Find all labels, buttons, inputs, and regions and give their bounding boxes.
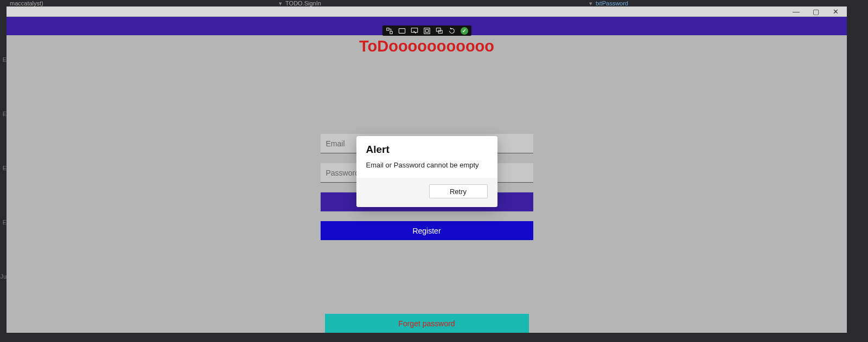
debug-layout-icon[interactable] xyxy=(423,27,431,35)
window-titlebar: — ▢ ✕ xyxy=(7,7,847,17)
ide-tab-label: txtPassword xyxy=(596,0,628,7)
svg-rect-4 xyxy=(424,28,430,34)
forget-password-button[interactable]: Forget password xyxy=(325,314,529,333)
debug-status-ok-icon[interactable]: ✓ xyxy=(461,27,468,35)
ide-tab-label: TODO.SignIn xyxy=(285,0,321,7)
alert-retry-button[interactable]: Retry xyxy=(429,184,488,198)
window-maximize-button[interactable]: ▢ xyxy=(813,7,819,16)
app-window: — ▢ ✕ ToDooooooooooo xyxy=(7,7,847,333)
debug-toolbar: ✓ xyxy=(382,25,471,36)
alert-message: Email or Password cannot be empty xyxy=(366,161,488,169)
window-minimize-button[interactable]: — xyxy=(793,7,799,16)
register-button[interactable]: Register xyxy=(321,221,533,240)
alert-actions: Retry xyxy=(356,178,497,207)
chevron-down-icon: ▾ xyxy=(279,0,284,7)
alert-dialog: Alert Email or Password cannot be empty … xyxy=(356,136,497,207)
debug-live-tree-icon[interactable] xyxy=(386,27,393,35)
debug-track-focus-icon[interactable] xyxy=(436,27,443,35)
page-title: ToDooooooooooo xyxy=(7,37,847,55)
debug-select-element-icon[interactable] xyxy=(411,27,418,35)
alert-body: Alert Email or Password cannot be empty xyxy=(356,136,497,178)
chevron-down-icon: ▾ xyxy=(589,0,594,7)
svg-rect-0 xyxy=(386,28,388,30)
app-surface: ToDooooooooooo ✓ xyxy=(7,17,847,333)
svg-rect-5 xyxy=(425,29,428,32)
debug-hot-reload-icon[interactable] xyxy=(448,27,456,35)
ide-tab-config: maccatalyst) xyxy=(10,0,43,7)
svg-rect-1 xyxy=(390,31,392,33)
svg-rect-2 xyxy=(399,28,405,33)
debug-screenshot-icon[interactable] xyxy=(398,27,406,35)
ide-gutter: E E E E Ju xyxy=(0,33,7,304)
alert-title: Alert xyxy=(366,144,488,156)
window-close-button[interactable]: ✕ xyxy=(833,7,839,16)
